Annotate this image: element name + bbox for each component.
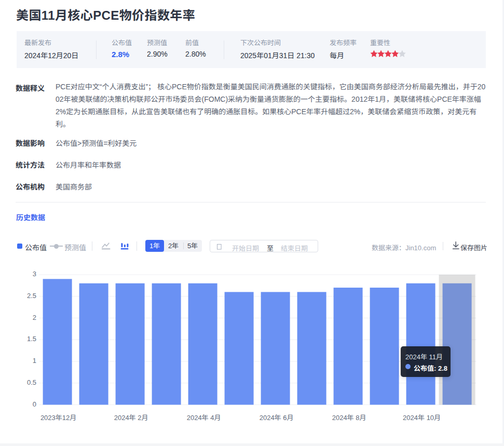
svg-text:1: 1 (33, 357, 36, 364)
svg-text:1.5: 1.5 (27, 335, 36, 343)
svg-text:3: 3 (33, 270, 36, 278)
svg-text:2024年 4月: 2024年 4月 (187, 414, 221, 422)
svg-text:2024年 8月: 2024年 8月 (332, 414, 366, 422)
svg-text:2024年 6月: 2024年 6月 (260, 414, 294, 422)
svg-text:2024年 10月: 2024年 10月 (403, 414, 441, 422)
svg-text:0.5: 0.5 (27, 379, 36, 386)
svg-text:2023年12月: 2023年12月 (40, 414, 76, 422)
svg-text:2: 2 (33, 314, 36, 321)
svg-text:2024年 2月: 2024年 2月 (114, 414, 148, 422)
svg-text:2.5: 2.5 (27, 292, 36, 300)
svg-text:0: 0 (33, 400, 36, 408)
